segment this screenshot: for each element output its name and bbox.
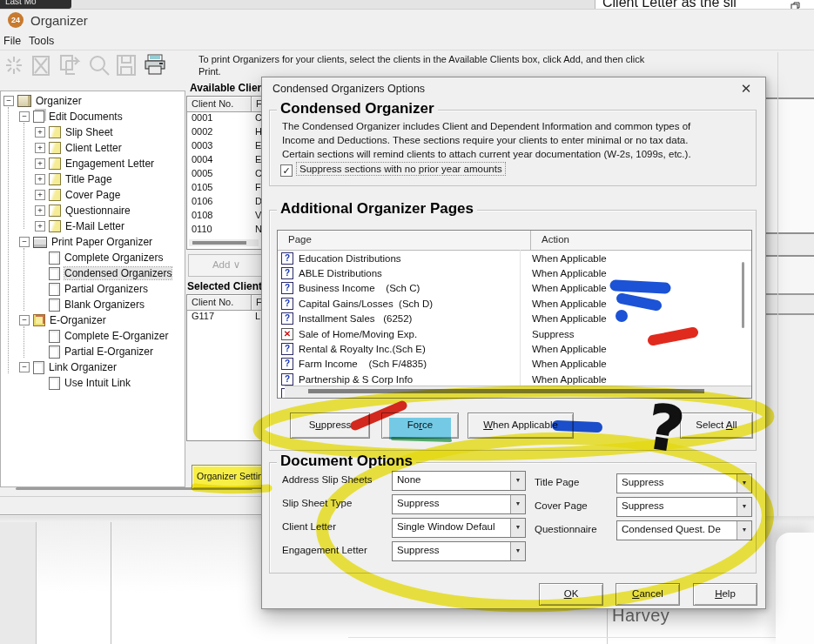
cover-page-dropdown[interactable]: Suppress▼ bbox=[616, 497, 752, 517]
available-clients-hscrollbar[interactable] bbox=[189, 239, 259, 246]
page-row-farm-income-sch-f-4835[interactable]: ?Farm Income (Sch F/4835)When Applicable bbox=[278, 357, 751, 372]
client-row[interactable]: 0108V bbox=[187, 210, 263, 224]
suppress-button[interactable]: Suppress bbox=[290, 413, 370, 439]
suppress-sections-checkbox-label[interactable]: Suppress sections with no prior year amo… bbox=[297, 163, 505, 175]
help-button[interactable]: Help bbox=[693, 583, 757, 606]
client-row[interactable]: 0106D bbox=[187, 196, 263, 210]
client-row[interactable]: 0002H bbox=[187, 126, 263, 140]
collapse-icon[interactable]: − bbox=[19, 362, 30, 372]
expand-icon[interactable]: + bbox=[35, 174, 45, 184]
delete-icon[interactable] bbox=[29, 53, 53, 79]
dropdown-arrow-icon[interactable]: ▼ bbox=[510, 495, 525, 513]
pages-list-vscrollbar[interactable] bbox=[742, 262, 744, 328]
client-row[interactable]: 0110N bbox=[187, 224, 263, 238]
client-letter-dropdown[interactable]: Single Window Defaul▼ bbox=[392, 518, 526, 538]
tree-item-print-paper-organizer[interactable]: −Print Paper Organizer bbox=[1, 234, 185, 250]
dropdown-arrow-icon[interactable]: ▼ bbox=[737, 474, 751, 493]
pages-list-hscrollbar[interactable] bbox=[285, 386, 752, 398]
page-row-capital-gains-losses-sch-d[interactable]: ?Capital Gains/Losses (Sch D)When Applic… bbox=[278, 296, 751, 311]
expand-icon[interactable]: + bbox=[35, 143, 45, 153]
add-button[interactable]: Add ∨ bbox=[188, 254, 265, 277]
dropdown-arrow-icon[interactable]: ▼ bbox=[737, 521, 751, 540]
suppress-sections-checkbox[interactable]: ✓ bbox=[280, 164, 293, 177]
pages-list-header: Page Action bbox=[278, 231, 751, 251]
page-row-partnership-s-corp-info[interactable]: ?Partnership & S Corp InfoWhen Applicabl… bbox=[278, 372, 751, 386]
client-row[interactable]: 0004E bbox=[187, 154, 263, 168]
client-row[interactable]: G117L bbox=[187, 311, 263, 325]
print-icon[interactable] bbox=[143, 53, 167, 79]
tree-item-slip-sheet[interactable]: +Slip Sheet bbox=[1, 124, 185, 140]
title-page-dropdown[interactable]: Suppress▼ bbox=[616, 473, 752, 493]
collapse-icon[interactable]: − bbox=[19, 315, 30, 325]
cancel-button[interactable]: Cancel bbox=[616, 583, 680, 606]
page-row-sale-of-home-moving-exp[interactable]: ✕Sale of Home/Moving Exp.Suppress bbox=[278, 326, 751, 341]
select-all-button[interactable]: Select All bbox=[680, 413, 753, 439]
tree-item-complete-organizers[interactable]: Complete Organizers bbox=[1, 250, 185, 265]
expand-icon[interactable]: + bbox=[35, 221, 45, 231]
dropdown-arrow-icon[interactable]: ▼ bbox=[737, 498, 751, 516]
tree-item-partial-organizers[interactable]: Partial Organizers bbox=[1, 281, 185, 297]
save-icon[interactable] bbox=[114, 53, 138, 79]
questionnaire-dropdown[interactable]: Condensed Quest. De▼ bbox=[616, 520, 752, 540]
close-icon[interactable]: ✕ bbox=[737, 81, 755, 97]
page-row-business-income-sch-c[interactable]: ?Business Income (Sch C)When Applicable bbox=[278, 281, 751, 296]
client-no-cell: G117 bbox=[187, 311, 251, 325]
question-icon: ? bbox=[281, 343, 293, 355]
zoom-icon[interactable] bbox=[87, 53, 111, 79]
expand-icon[interactable]: + bbox=[35, 158, 45, 169]
additional-organizer-pages-section: Additional Organizer Pages Page Action ?… bbox=[269, 210, 757, 451]
dropdown-arrow-icon[interactable]: ▼ bbox=[510, 472, 525, 490]
tree-item-blank-organizers[interactable]: Blank Organizers bbox=[1, 297, 185, 312]
collapse-icon[interactable]: − bbox=[19, 237, 30, 247]
collapse-icon[interactable]: − bbox=[3, 96, 14, 106]
column-client-no[interactable]: Client No. bbox=[187, 97, 252, 111]
selected-clients-list[interactable]: Client No. F G117L bbox=[186, 294, 264, 441]
new-icon[interactable] bbox=[3, 53, 27, 79]
tree-item-engagement-letter[interactable]: +Engagement Letter bbox=[1, 156, 185, 171]
tree-item-e-mail-letter[interactable]: +E-Mail Letter bbox=[1, 218, 185, 234]
client-row[interactable]: 0105F bbox=[187, 182, 263, 196]
background-window-tab[interactable]: Last Mo bbox=[0, 0, 71, 9]
slip-sheet-type-dropdown[interactable]: Suppress▼ bbox=[392, 494, 526, 514]
collapse-icon[interactable]: − bbox=[19, 111, 30, 122]
page-row-rental-royalty-inc-sch-e[interactable]: ?Rental & Royalty Inc.(Sch E)When Applic… bbox=[278, 341, 751, 356]
expand-icon[interactable]: + bbox=[35, 190, 45, 200]
when-applicable-button[interactable]: When Applicable bbox=[468, 413, 574, 439]
tree-item-organizer[interactable]: −Organizer bbox=[1, 93, 185, 109]
tree-item-partial-e-organizer[interactable]: Partial E-Organizer bbox=[1, 344, 185, 359]
tree-item-use-intuit-link[interactable]: Use Intuit Link bbox=[1, 375, 185, 391]
tree-item-client-letter[interactable]: +Client Letter bbox=[1, 140, 185, 156]
dropdown-arrow-icon[interactable]: ▼ bbox=[510, 542, 525, 560]
page-row-education-distributions[interactable]: ?Education DistributionsWhen Applicable bbox=[278, 251, 751, 265]
menu-tools[interactable]: Tools bbox=[29, 35, 54, 47]
column-client-no[interactable]: Client No. bbox=[187, 295, 252, 310]
page-row-able-distributions[interactable]: ?ABLE DistributionsWhen Applicable bbox=[278, 265, 751, 280]
column-page[interactable]: Page bbox=[278, 231, 531, 250]
address-slip-sheets-dropdown[interactable]: None▼ bbox=[392, 471, 526, 491]
page-row-installment-sales-6252[interactable]: ?Installment Sales (6252)When Applicable bbox=[278, 312, 751, 326]
expand-icon[interactable]: + bbox=[35, 127, 45, 138]
organizer-pages-list[interactable]: Page Action ?Education DistributionsWhen… bbox=[277, 230, 752, 399]
column-action[interactable]: Action bbox=[531, 231, 569, 250]
tree-item-condensed-organizers[interactable]: Condensed Organizers bbox=[1, 265, 185, 281]
tree-item-title-page[interactable]: +Title Page bbox=[1, 171, 185, 187]
available-clients-list[interactable]: Client No. F 0001C0002H0003E0004E0005C01… bbox=[186, 96, 264, 250]
tree-item-link-organizer[interactable]: −Link Organizer bbox=[1, 359, 185, 375]
question-icon: ? bbox=[281, 373, 293, 386]
dropdown-arrow-icon[interactable]: ▼ bbox=[510, 519, 525, 537]
force-button[interactable]: Force bbox=[381, 413, 459, 439]
expand-icon[interactable]: + bbox=[35, 205, 45, 216]
ok-button[interactable]: OK bbox=[539, 583, 603, 606]
client-row[interactable]: 0001C bbox=[187, 112, 263, 126]
tree-item-questionnaire[interactable]: +Questionnaire bbox=[1, 203, 185, 218]
copy-icon[interactable] bbox=[57, 53, 82, 79]
engagement-letter-dropdown[interactable]: Suppress▼ bbox=[392, 541, 526, 561]
client-row[interactable]: 0005C bbox=[187, 168, 263, 182]
background-window-tab-label: Last Mo bbox=[5, 0, 37, 6]
client-row[interactable]: 0003E bbox=[187, 140, 263, 154]
tree-item-complete-e-organizer[interactable]: Complete E-Organizer bbox=[1, 328, 185, 344]
tree-item-e-organizer[interactable]: −E-Organizer bbox=[1, 312, 185, 328]
tree-item-cover-page[interactable]: +Cover Page bbox=[1, 187, 185, 203]
menu-file[interactable]: File bbox=[3, 35, 21, 47]
tree-item-edit-documents[interactable]: −Edit Documents bbox=[1, 109, 185, 124]
